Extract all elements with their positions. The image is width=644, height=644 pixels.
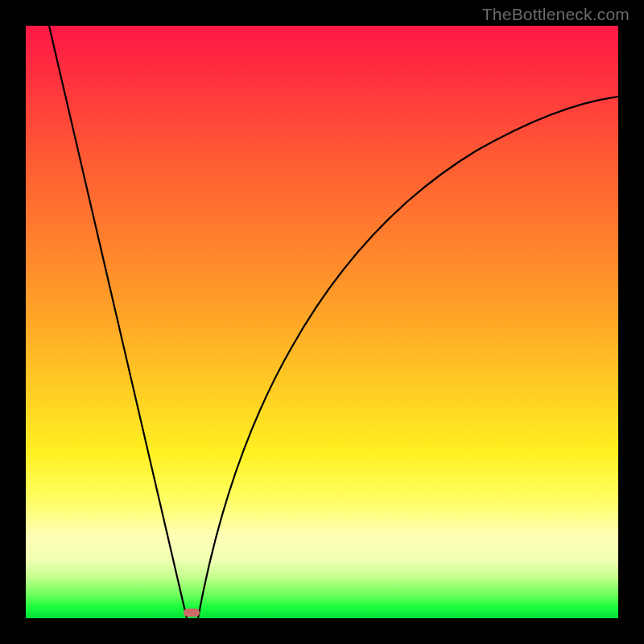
bottleneck-curve (26, 26, 618, 618)
chart-frame: TheBottleneck.com (0, 0, 644, 644)
optimal-marker (184, 609, 200, 617)
curve-right-branch (198, 97, 618, 618)
watermark-text: TheBottleneck.com (482, 5, 630, 24)
plot-area (26, 26, 618, 618)
curve-left-branch (49, 26, 187, 618)
